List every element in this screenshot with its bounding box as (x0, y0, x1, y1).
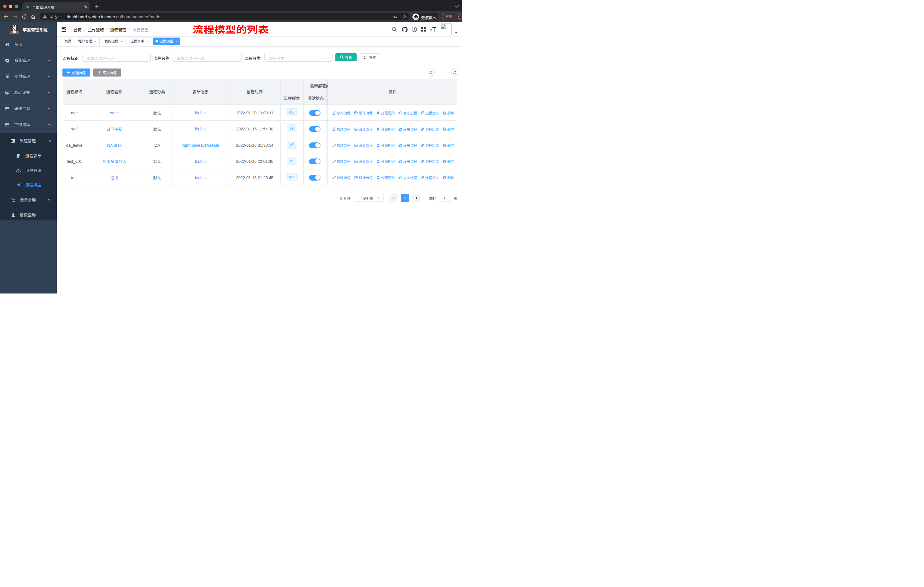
svg-text:?: ? (413, 28, 415, 31)
